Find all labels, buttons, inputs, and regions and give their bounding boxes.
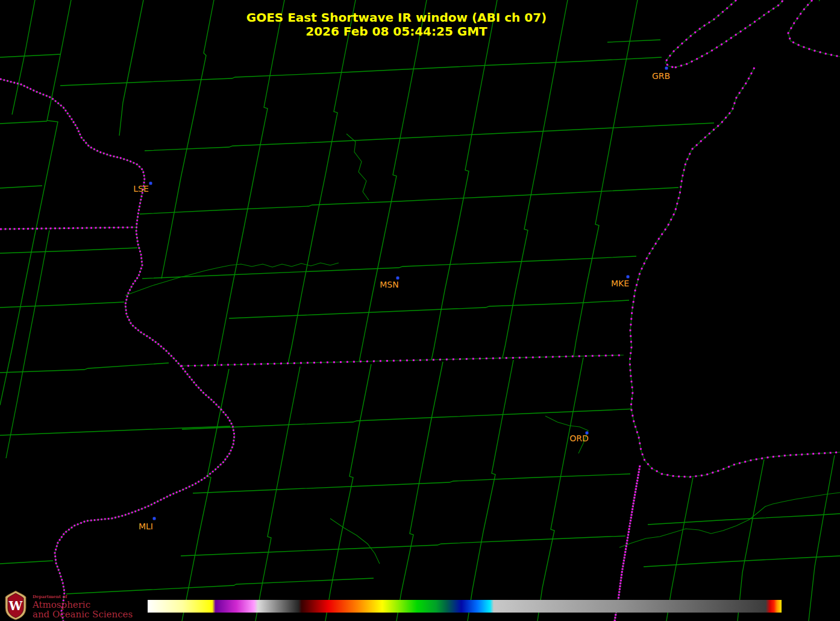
station-label: ORD [569,433,589,443]
uw-aos-logo: W Department of Atmospheric and Oceanic … [4,590,133,620]
station-label: MSN [380,280,398,289]
logo-line-2: and Oceanic Sciences [33,610,133,619]
station-label: MLI [139,522,153,531]
color-scale-bar [148,600,782,613]
station-dot [627,276,630,279]
river-lines [125,134,840,564]
station-label: LSE [133,184,149,194]
station-dot [153,517,156,520]
station-dot [396,277,400,280]
crest-letter: W [8,599,23,613]
title-line-1: GOES East Shortwave IR window (ABI ch 07… [155,11,638,25]
station-label: MKE [611,279,629,288]
goes-satellite-viewer: GOES East Shortwave IR window (ABI ch 07… [0,0,840,621]
station-label: GRB [652,71,670,81]
logo-line-1: Atmospheric [33,600,133,610]
image-title: GOES East Shortwave IR window (ABI ch 07… [155,11,638,39]
title-line-2: 2026 Feb 08 05:44:25 GMT [155,25,638,39]
uw-crest-icon: W [4,590,27,620]
station-dot [149,182,152,185]
station-dot [665,67,668,70]
logo-dept-label: Department of [33,594,133,599]
satellite-map [0,0,840,621]
